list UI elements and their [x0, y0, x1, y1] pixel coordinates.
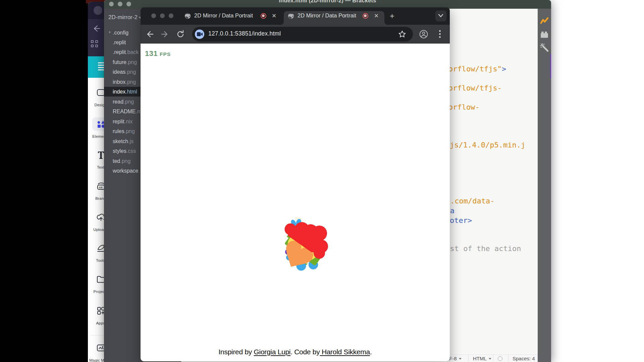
brick-icon[interactable]: [540, 31, 548, 38]
screen: DesignElementsTextcoBrandUploadsToolsPro…: [0, 0, 644, 362]
page-content: 131FPS: [141, 44, 450, 361]
bookmark-star-icon[interactable]: [398, 30, 406, 38]
fps-counter: 131FPS: [145, 49, 171, 58]
chrome-window: 2D Mirror / Data Portrait ✕ 2D Mirror / …: [141, 7, 450, 361]
address-bar[interactable]: 127.0.0.1:53851/index.html: [192, 27, 413, 42]
close-button[interactable]: [151, 13, 156, 18]
tab-title: 2D Mirror / Data Portrait: [298, 12, 356, 19]
file-name: read.png: [113, 97, 134, 107]
tab-strip: 2D Mirror / Data Portrait ✕ 2D Mirror / …: [141, 7, 450, 25]
line-chart-icon[interactable]: [540, 17, 549, 25]
reload-icon[interactable]: [176, 29, 185, 39]
file-name: styles.css: [113, 146, 136, 156]
minimize-button[interactable]: [160, 13, 165, 18]
close-tab-icon[interactable]: ✕: [271, 13, 277, 19]
recording-icon: [363, 13, 368, 19]
encoding-select[interactable]: F-8: [449, 355, 462, 362]
code-line: a.com/data-: [446, 197, 495, 205]
code-line: sorflow/tfjs-: [444, 84, 502, 92]
file-name: sketch.js: [113, 136, 133, 146]
background-window: [537, 0, 644, 362]
globe-icon: [288, 13, 294, 19]
new-tab-button[interactable]: +: [388, 12, 396, 20]
menu-dots-icon[interactable]: [439, 30, 440, 38]
file-name: .replit: [113, 38, 126, 47]
file-name: rules.png: [113, 126, 135, 136]
zoom-button[interactable]: [169, 13, 173, 18]
tab-active[interactable]: 2D Mirror / Data Portrait ✕: [284, 11, 384, 25]
file-name: ted.png: [113, 156, 130, 166]
magic-wand-icon[interactable]: [540, 43, 549, 52]
tab-title: 2D Mirror / Data Portrait: [194, 12, 253, 19]
file-name: ideas.png: [113, 67, 136, 77]
code-line: a: [450, 206, 454, 215]
spaces-indicator[interactable]: Spaces: 4: [513, 355, 535, 362]
lint-status-icon[interactable]: [498, 356, 502, 361]
data-portrait-blob: [275, 215, 342, 288]
file-name: .replit.back: [113, 47, 139, 57]
extension-rail: [538, 9, 551, 362]
link-harold-sikkema[interactable]: Harold Sikkema: [320, 348, 370, 356]
tab-inactive[interactable]: 2D Mirror / Data Portrait ✕: [183, 11, 280, 25]
file-name: workspace.: [113, 166, 140, 176]
globe-icon: [184, 13, 191, 19]
file-name: README.m: [113, 107, 142, 116]
file-name: inbox.png: [113, 77, 136, 87]
caption: Inspired by Giorgia Lupi. Code by Harold…: [141, 348, 450, 356]
file-name: .config: [113, 28, 128, 38]
url-text[interactable]: 127.0.0.1:53851/index.html: [208, 30, 281, 37]
tab-capture-icon: [195, 29, 204, 39]
svg-text:co: co: [99, 186, 103, 189]
back-arrow-icon[interactable]: [93, 25, 100, 32]
chevron-down-icon: [438, 14, 443, 18]
link-giorgia-lupi[interactable]: Giorgia Lupi: [254, 348, 291, 356]
window-title: index.html (2D-mirror-2) — Brackets: [104, 0, 551, 4]
file-name: future.png: [113, 57, 137, 67]
back-icon[interactable]: [145, 29, 154, 39]
language-select[interactable]: HTML: [473, 355, 491, 362]
recording-icon: [261, 13, 266, 19]
project-dropdown[interactable]: 2D-mirror-2: [108, 14, 142, 21]
scroll-marker: [550, 54, 551, 78]
profile-icon[interactable]: [419, 30, 428, 39]
forward-icon[interactable]: [160, 29, 170, 39]
code-line: sorflow/tfjs">: [444, 65, 506, 73]
code-line: .js/1.4.0/p5.min.j: [445, 141, 525, 149]
file-name: index.html: [113, 87, 137, 97]
collapsed-arrow-icon[interactable]: [109, 31, 111, 34]
file-name: replit.nix: [113, 117, 133, 126]
tab-search-button[interactable]: [435, 10, 446, 21]
code-line: ost of the action: [445, 244, 521, 253]
browser-toolbar: 127.0.0.1:53851/index.html: [141, 25, 450, 44]
grid-icon[interactable]: [91, 40, 98, 47]
avatar[interactable]: [94, 6, 102, 15]
close-tab-icon[interactable]: ✕: [373, 13, 380, 19]
